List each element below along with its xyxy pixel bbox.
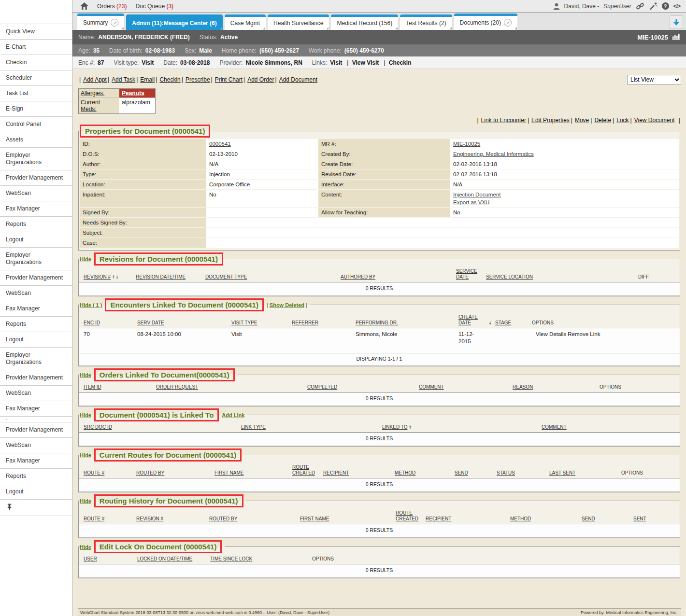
tab-summary[interactable]: Summary ↗ <box>77 14 124 30</box>
tab-scroll-down-button[interactable] <box>670 15 683 29</box>
column-header[interactable]: REVISION # <box>136 516 163 521</box>
tab-test-results[interactable]: Test Results (2) <box>400 14 452 30</box>
column-header[interactable]: LINKED TO <box>382 424 407 430</box>
tab-admin-message-center[interactable]: Admin (11):Message Center (6) <box>126 14 222 30</box>
hide-link[interactable]: Hide <box>80 544 91 550</box>
orders-link[interactable]: Orders (23) <box>97 3 127 10</box>
show-deleted-link[interactable]: Show Deleted <box>270 302 304 308</box>
hide-link[interactable]: Hide <box>80 256 91 262</box>
tab-case-mgmt[interactable]: Case Mgmt <box>225 14 266 30</box>
hide-link[interactable]: Hide <box>80 452 91 458</box>
column-header[interactable]: ORDER REQUEST <box>156 384 198 390</box>
column-header[interactable]: SERVICE LOCATION <box>486 274 533 280</box>
sidebar-item[interactable]: WebScan <box>0 438 72 453</box>
chart-action-link[interactable]: Add Appt <box>78 76 107 83</box>
sidebar-item[interactable]: WebScan <box>0 186 72 201</box>
sidebar-item[interactable]: Quick View <box>0 24 72 40</box>
document-action-link[interactable]: Move <box>570 117 589 124</box>
current-meds-label[interactable]: Current Meds: <box>79 98 119 113</box>
home-icon[interactable] <box>80 2 88 10</box>
sidebar-item[interactable]: Fax Manager <box>0 453 72 469</box>
sidebar-item[interactable]: Fax Manager <box>0 201 72 217</box>
link-chain-icon[interactable] <box>636 2 644 11</box>
column-header[interactable]: METHOD <box>510 516 531 521</box>
current-med-value[interactable]: alprazolam <box>119 98 155 113</box>
sidebar-item[interactable]: Employer Organizations <box>0 248 72 270</box>
remove-link-link[interactable]: Remove Link <box>568 331 600 337</box>
help-icon[interactable]: ? <box>662 2 669 10</box>
encounter-link[interactable]: Visit <box>330 59 342 66</box>
document-action-link[interactable]: Link to Encounter <box>475 117 526 124</box>
allergy-value[interactable]: Peanuts <box>119 89 155 98</box>
chart-action-link[interactable]: Email <box>135 76 155 83</box>
sidebar-item[interactable]: Provider Management <box>0 170 72 186</box>
sidebar-item[interactable]: Reports <box>0 469 72 484</box>
column-header[interactable]: ROUTED BY <box>136 470 164 476</box>
column-header[interactable]: PERFORMING DR. <box>356 320 398 325</box>
sidebar-item[interactable]: WebScan <box>0 386 72 401</box>
sidebar-item[interactable]: Fax Manager <box>0 301 72 317</box>
chart-action-link[interactable]: Checkin <box>155 76 180 83</box>
created-by-link[interactable]: Engineering, Medical Informatics <box>453 151 534 157</box>
sort-up-icon[interactable]: ↑ <box>408 425 412 430</box>
sidebar-item[interactable]: Logout <box>0 232 72 248</box>
chart-stats-icon[interactable] <box>672 33 680 41</box>
column-header[interactable]: REVISION DATE/TIME <box>136 274 186 280</box>
hide-link[interactable]: Hide <box>80 412 91 418</box>
wand-icon[interactable] <box>649 2 657 11</box>
column-header[interactable]: STAGE <box>495 320 511 325</box>
doc-queue-link[interactable]: Doc Queue (3) <box>135 3 173 10</box>
sidebar-item[interactable]: Provider Management <box>0 422 72 438</box>
sidebar-item[interactable]: Task List <box>0 86 72 101</box>
sidebar-item[interactable]: Checkin <box>0 55 72 70</box>
column-header[interactable]: FIRST NAME <box>214 470 243 476</box>
sort-down-icon[interactable]: ↓ <box>488 321 492 325</box>
popout-icon[interactable]: ↗ <box>111 19 118 27</box>
document-action-link[interactable]: View Document <box>629 117 675 124</box>
user-name[interactable]: David, Dave - <box>564 3 600 10</box>
mr-number-link[interactable]: MIE-10025 <box>453 141 480 147</box>
column-header[interactable]: METHOD <box>395 470 415 476</box>
chart-action-link[interactable]: Print Chart <box>210 76 243 83</box>
sidebar-item[interactable]: Reports <box>0 317 72 332</box>
column-header[interactable]: TIME SINCE LOCK <box>210 556 252 561</box>
hide-link[interactable]: Hide <box>80 372 91 378</box>
sidebar-item[interactable]: Control Panel <box>0 117 72 132</box>
column-header[interactable]: ROUTE # <box>84 516 104 521</box>
hide-link[interactable]: Hide ( 1 ) <box>80 302 102 308</box>
sidebar-pin[interactable] <box>0 500 72 516</box>
column-header[interactable]: LAST SENT <box>549 470 575 476</box>
column-header[interactable]: ROUTED BY <box>209 516 237 521</box>
document-id-link[interactable]: 0000541 <box>209 141 231 147</box>
view-select[interactable]: List View <box>627 75 681 84</box>
column-header[interactable]: AUTHORED BY <box>341 274 375 280</box>
injection-document-link[interactable]: Injection Document <box>453 191 676 198</box>
document-action-link[interactable]: Lock <box>611 117 629 124</box>
tab-health-surveillance[interactable]: Health Surveillance <box>268 14 329 30</box>
column-header[interactable]: LOCKED ON DATE/TIME <box>137 556 192 561</box>
column-header[interactable]: COMMENT <box>542 424 567 430</box>
chart-action-link[interactable]: Prescribe <box>181 76 210 83</box>
popout-icon[interactable]: ↗ <box>504 19 512 27</box>
sidebar-item[interactable]: Fax Manager <box>0 401 72 417</box>
sidebar-item[interactable]: Employer Organizations <box>0 348 72 370</box>
hide-link[interactable]: Hide <box>80 498 91 504</box>
column-header[interactable]: VISIT TYPE <box>231 320 257 325</box>
encounter-link[interactable]: View Visit <box>345 59 379 66</box>
column-header[interactable]: USER <box>84 556 97 561</box>
column-header[interactable]: SEND <box>582 516 595 521</box>
sidebar-item[interactable]: WebScan <box>0 286 72 301</box>
sort-both-icon[interactable]: ↑↓ <box>112 275 119 280</box>
document-action-link[interactable]: Delete <box>589 117 611 124</box>
column-header[interactable]: SEND <box>455 470 468 476</box>
add-link-link[interactable]: Add Link <box>222 412 244 418</box>
column-header[interactable]: STATUS <box>497 470 515 476</box>
code-icon[interactable]: </> <box>673 3 680 10</box>
sidebar-item[interactable]: Scheduler <box>0 70 72 86</box>
column-header[interactable]: SERVICE DATE <box>456 268 477 280</box>
sidebar-item[interactable]: Provider Management <box>0 370 72 386</box>
sidebar-item-clipped[interactable]: - <box>0 417 72 422</box>
sidebar-item[interactable]: E-Sign <box>0 101 72 117</box>
column-header[interactable]: SRC DOC ID <box>84 424 112 430</box>
column-header[interactable]: ROUTE CREATED <box>396 510 418 521</box>
